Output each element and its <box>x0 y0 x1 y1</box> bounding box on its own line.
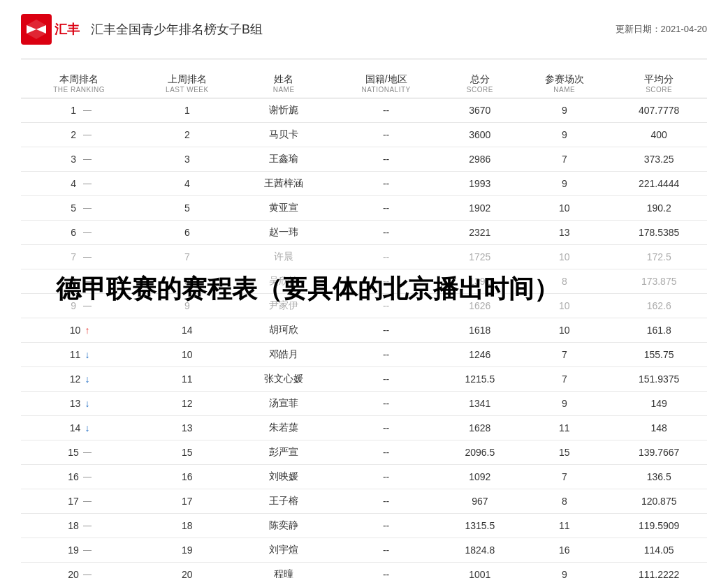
cell-games: 16 <box>518 538 611 563</box>
rank-number: 10 <box>68 325 82 336</box>
cell-name: 王子榕 <box>238 489 330 514</box>
cell-name: 马贝卡 <box>238 123 330 147</box>
cell-rank: 4 — <box>21 172 137 196</box>
cell-last-week: 5 <box>137 196 237 221</box>
cell-nationality: -- <box>330 465 442 489</box>
rank-number: 1 <box>66 105 80 116</box>
cell-rank: 15 — <box>21 440 137 465</box>
cell-avg: 178.5385 <box>611 221 707 245</box>
cell-score: 2096.5 <box>442 440 518 465</box>
cell-games: 9 <box>518 98 611 123</box>
cell-nationality: -- <box>330 245 442 269</box>
trend-icon: — <box>83 496 92 506</box>
cell-avg: 155.75 <box>611 343 707 367</box>
cell-last-week: 3 <box>137 147 237 172</box>
col-score: 总分 SCORE <box>442 66 518 98</box>
trend-icon: ↓ <box>85 398 90 409</box>
cell-avg: 172.5 <box>611 245 707 269</box>
cell-name: 王鑫瑜 <box>238 147 330 172</box>
trend-icon: — <box>83 545 92 555</box>
cell-nationality: -- <box>330 489 442 514</box>
cell-rank: 19 — <box>21 538 137 563</box>
cell-games: 10 <box>518 318 611 343</box>
cell-last-week: 19 <box>137 538 237 563</box>
rank-number: 16 <box>66 471 80 482</box>
table-row: 19 — 19 刘宇煊 -- 1824.8 16 114.05 <box>21 538 707 563</box>
cell-last-week: 20 <box>137 563 237 579</box>
rank-number: 3 <box>66 154 80 165</box>
cell-nationality: -- <box>330 147 442 172</box>
cell-last-week: 6 <box>137 221 237 245</box>
header: 汇丰 汇丰全国青少年排名榜女子B组 更新日期：2021-04-20 <box>21 14 707 45</box>
cell-last-week: 13 <box>137 416 237 440</box>
cell-avg: 148 <box>611 416 707 440</box>
cell-score: 1993 <box>442 172 518 196</box>
cell-name: 汤宣菲 <box>238 392 330 416</box>
cell-last-week: 15 <box>137 440 237 465</box>
rank-number: 5 <box>66 202 80 214</box>
rank-number: 12 <box>68 373 82 385</box>
cell-avg: 407.7778 <box>611 98 707 123</box>
col-last-week: 上周排名 LAST WEEK <box>137 66 237 98</box>
cell-last-week: 17 <box>137 489 237 514</box>
trend-icon: ↓ <box>85 373 90 385</box>
header-divider <box>21 59 707 59</box>
header-left: 汇丰 汇丰全国青少年排名榜女子B组 <box>21 14 263 45</box>
cell-nationality: -- <box>330 343 442 367</box>
cell-last-week: 12 <box>137 392 237 416</box>
cell-games: 7 <box>518 367 611 392</box>
cell-games: 11 <box>518 514 611 538</box>
rank-number: 2 <box>66 129 80 140</box>
cell-score: 2986 <box>442 147 518 172</box>
col-avg: 平均分 SCORE <box>611 66 707 98</box>
cell-games: 9 <box>518 172 611 196</box>
col-name: 姓名 NAME <box>238 66 330 98</box>
cell-nationality: -- <box>330 221 442 245</box>
cell-nationality: -- <box>330 123 442 147</box>
col-rank: 本周排名 THE RANKING <box>21 66 137 98</box>
cell-games: 11 <box>518 416 611 440</box>
rank-number: 13 <box>68 398 82 409</box>
rank-number: 4 <box>66 178 80 189</box>
trend-icon: — <box>83 228 92 237</box>
table-row: 4 — 4 王茜梓涵 -- 1993 9 221.4444 <box>21 172 707 196</box>
cell-name: 王茜梓涵 <box>238 172 330 196</box>
cell-avg: 400 <box>611 123 707 147</box>
cell-games: 10 <box>518 196 611 221</box>
cell-last-week: 14 <box>137 318 237 343</box>
rank-number: 18 <box>66 520 80 531</box>
cell-score: 1725 <box>442 245 518 269</box>
cell-rank: 12 ↓ <box>21 367 137 392</box>
cell-avg: 162.6 <box>611 294 707 318</box>
cell-avg: 120.875 <box>611 489 707 514</box>
cell-games: 9 <box>518 392 611 416</box>
cell-games: 10 <box>518 245 611 269</box>
trend-icon: — <box>83 447 92 457</box>
cell-nationality: -- <box>330 416 442 440</box>
cell-rank: 7 — <box>21 245 137 269</box>
cell-last-week: 18 <box>137 514 237 538</box>
cell-games: 7 <box>518 465 611 489</box>
cell-score: 1092 <box>442 465 518 489</box>
cell-name: 朱若蕖 <box>238 416 330 440</box>
table-row: 18 — 18 陈奕静 -- 1315.5 11 119.5909 <box>21 514 707 538</box>
col-games: 参赛场次 NAME <box>518 66 611 98</box>
rankings-table: 本周排名 THE RANKING 上周排名 LAST WEEK 姓名 NAME … <box>21 66 707 578</box>
cell-name: 陈奕静 <box>238 514 330 538</box>
cell-nationality: -- <box>330 440 442 465</box>
cell-score: 2321 <box>442 221 518 245</box>
cell-score: 1902 <box>442 196 518 221</box>
table-row: 1 — 1 谢忻旎 -- 3670 9 407.7778 <box>21 98 707 123</box>
cell-avg: 173.875 <box>611 269 707 294</box>
cell-nationality: -- <box>330 392 442 416</box>
cell-avg: 111.2222 <box>611 563 707 579</box>
table-row: 17 — 17 王子榕 -- 967 8 120.875 <box>21 489 707 514</box>
cell-rank: 3 — <box>21 147 137 172</box>
trend-icon: ↓ <box>85 349 90 360</box>
rank-number: 7 <box>66 251 80 262</box>
header-title: 汇丰全国青少年排名榜女子B组 <box>91 21 263 38</box>
cell-nationality: -- <box>330 538 442 563</box>
cell-name: 邓皓月 <box>238 343 330 367</box>
table-row: 5 — 5 黄亚宣 -- 1902 10 190.2 <box>21 196 707 221</box>
cell-name: 张文心媛 <box>238 367 330 392</box>
